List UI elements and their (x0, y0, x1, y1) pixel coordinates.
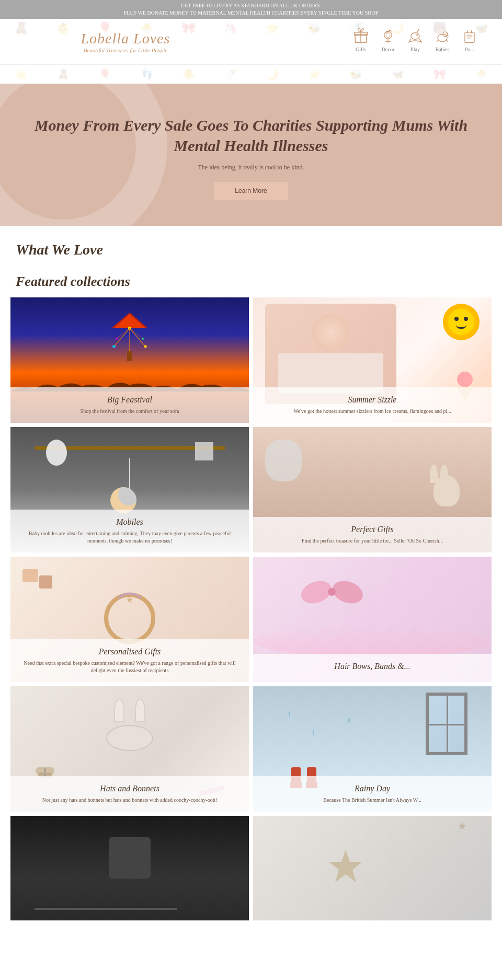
collection-card-dark[interactable] (10, 816, 249, 920)
nav-label-play: Play (410, 47, 420, 52)
babies-icon (433, 27, 452, 45)
svg-rect-28 (127, 351, 132, 361)
svg-line-23 (130, 328, 143, 339)
collection-desc-mobiles: Baby mobiles are ideal for entertaining … (21, 530, 238, 545)
svg-point-7 (411, 33, 419, 40)
nav-item-pa[interactable]: Pa... (458, 27, 481, 52)
collection-desc-hats: Not just any hats and bonnets but hats a… (21, 797, 238, 804)
collection-overlay-festival: Big Feastival Shop the festival from the… (10, 387, 249, 423)
collection-overlay-summer: Summer Sizzle We've got the hottest summ… (253, 387, 492, 423)
svg-point-9 (438, 34, 447, 41)
collection-overlay-hairbows: Hair Bows, Bands &... (253, 654, 492, 682)
collection-card-summer[interactable]: Summer Sizzle We've got the hottest summ… (253, 297, 492, 423)
small-star-svg (457, 821, 467, 832)
collection-card-personalised[interactable]: Personalised Gifts Need that extra speci… (10, 557, 249, 682)
bottom-row (0, 816, 502, 931)
play-icon (406, 27, 425, 45)
collection-title-hats: Hats and Bonnets (21, 784, 238, 793)
nav-item-babies[interactable]: Babies (431, 27, 454, 52)
collection-overlay-hats: Hats and Bonnets Not just any hats and b… (10, 776, 249, 812)
collection-card-rainy[interactable]: Rainy Day Because The British Summer Isn… (253, 686, 492, 812)
collections-grid: Big Feastival Shop the festival from the… (0, 297, 502, 812)
collection-title-hairbows: Hair Bows, Bands &... (264, 662, 481, 671)
collection-desc-personalised: Need that extra special bespoke customis… (21, 660, 238, 674)
svg-line-22 (117, 328, 130, 339)
what-we-love-section: What We Love (0, 226, 502, 263)
collection-title-mobiles: Mobiles (21, 517, 238, 527)
svg-point-24 (112, 345, 116, 348)
svg-marker-30 (127, 596, 133, 603)
svg-line-20 (130, 328, 145, 347)
carousel-svg (109, 310, 151, 362)
svg-marker-41 (458, 822, 466, 830)
logo-subtitle: Beautiful Treasures for Little People (10, 47, 241, 53)
what-we-love-title: What We Love (0, 226, 502, 263)
nav-item-decor[interactable]: Decor (376, 27, 400, 52)
featured-collections-title: Featured collections (0, 263, 502, 297)
svg-rect-12 (465, 32, 474, 43)
collection-card-hats[interactable]: Hats and Bonnets Not just any hats and b… (10, 686, 249, 812)
collection-desc-festival: Shop the festival from the comfort of yo… (21, 408, 238, 415)
hero-section: Money From Every Sale Goes To Charities … (0, 84, 502, 226)
nav-icons: Gifts Decor (241, 27, 492, 56)
collection-desc-summer: We've got the hottest summer sizzlers fr… (264, 408, 481, 415)
collection-card-mobiles[interactable]: Mobiles Baby mobiles are ideal for enter… (10, 427, 249, 552)
pa-icon (460, 27, 479, 45)
collection-overlay-mobiles: Mobiles Baby mobiles are ideal for enter… (10, 510, 249, 552)
collection-desc-rainy: Because The British Summer Isn't Always … (264, 797, 481, 804)
nav-label-babies: Babies (435, 47, 449, 52)
collection-bg-dark (10, 816, 249, 920)
featured-collections-section: Featured collections (0, 263, 502, 931)
collection-card-stars[interactable] (253, 816, 492, 920)
collection-title-festival: Big Feastival (21, 395, 238, 405)
svg-point-29 (106, 595, 153, 642)
svg-point-6 (386, 33, 390, 38)
nav-item-play[interactable]: Play (404, 27, 427, 52)
star-svg (325, 847, 367, 889)
gift-icon (351, 27, 370, 45)
svg-point-26 (116, 338, 118, 340)
nav-item-gifts[interactable]: Gifts (349, 27, 372, 52)
hero-title: Money From Every Sale Goes To Charities … (21, 115, 481, 156)
svg-marker-40 (329, 850, 362, 882)
collection-overlay-rainy: Rainy Day Because The British Summer Isn… (253, 776, 492, 812)
collection-title-gifts: Perfect Gifts (264, 525, 481, 534)
svg-point-11 (446, 33, 447, 34)
announcement-line1: GET FREE DELIVERY AS STANDARD ON ALL UK … (5, 2, 497, 9)
svg-point-25 (144, 345, 147, 348)
nav-label-pa: Pa... (465, 47, 474, 52)
svg-point-27 (142, 338, 144, 340)
nav-label-gifts: Gifts (356, 47, 366, 52)
announcement-bar: GET FREE DELIVERY AS STANDARD ON ALL UK … (0, 0, 502, 19)
collection-desc-gifts: Find the perfect treasure for your littl… (264, 537, 481, 545)
collection-bg-stars (253, 816, 492, 920)
svg-point-8 (416, 34, 418, 36)
logo-title: Lobella Loves (10, 30, 241, 47)
logo[interactable]: Lobella Loves Beautiful Treasures for Li… (10, 30, 241, 53)
header: 🧸 👶 🎈 🐣 🎀 🦄 ⭐ 🐝 🍼 🌙 🐻 🦋 Lobella Loves Be… (0, 19, 502, 65)
nav-label-decor: Decor (382, 47, 394, 52)
svg-line-19 (114, 328, 130, 347)
svg-marker-17 (114, 314, 145, 328)
collection-title-personalised: Personalised Gifts (21, 647, 238, 656)
collection-title-rainy: Rainy Day (264, 784, 481, 793)
collection-card-gifts[interactable]: Perfect Gifts Find the perfect treasure … (253, 427, 492, 552)
svg-point-3 (384, 31, 392, 39)
hero-subtitle: The idea being, it really is cool to be … (198, 164, 304, 171)
announcement-line2: PLUS WE DONATE MONEY TO MATERNAL MENTAL … (5, 9, 497, 17)
collection-card-hairbows[interactable]: Hair Bows, Bands &... (253, 557, 492, 682)
decorative-icons-row: 🌟 🧸 🎈 👣 🐥 🍼 🌙 ⭐ 🐝 🦋 🎀 🐣 (0, 65, 502, 84)
decor-icon (379, 27, 397, 45)
collection-title-summer: Summer Sizzle (264, 395, 481, 405)
learn-more-button[interactable]: Learn More (214, 182, 288, 200)
collection-card-big-feastival[interactable]: Big Feastival Shop the festival from the… (10, 297, 249, 423)
collection-overlay-personalised: Personalised Gifts Need that extra speci… (10, 639, 249, 682)
collection-overlay-gifts: Perfect Gifts Find the perfect treasure … (253, 517, 492, 552)
